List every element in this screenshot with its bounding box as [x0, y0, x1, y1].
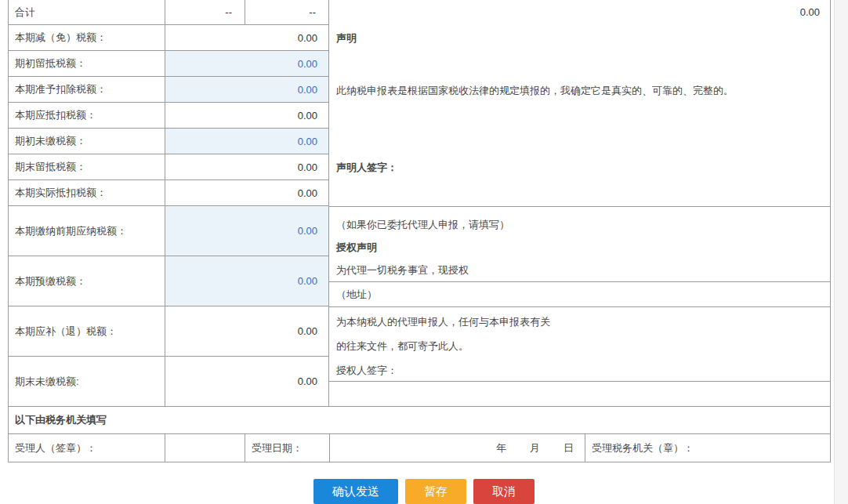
row-value-input[interactable]: 0.00 — [165, 51, 328, 76]
row-label: 本期应补（退）税额： — [9, 306, 165, 356]
cancel-button[interactable]: 取消 — [473, 479, 535, 504]
authorization-line-3: 的往来文件，都可寄予此人。 — [336, 334, 830, 358]
row-value: 0.00 — [165, 154, 328, 179]
row-value: 0.00 — [165, 103, 328, 128]
declarant-signature-label: 声明人签字： — [336, 159, 397, 176]
address-label: （地址） — [336, 286, 377, 303]
total-row-label: 合计 — [9, 0, 165, 24]
month-label: 月 — [530, 441, 540, 455]
authorization-title: 授权声明 — [336, 236, 830, 259]
row-label: 期初留抵税额： — [9, 51, 165, 76]
row-label: 本期准予扣除税额： — [9, 77, 165, 102]
row-value: 0.00 — [165, 357, 328, 406]
accept-date-cell: 年 月 日 — [330, 434, 585, 462]
table-row: 本期应补（退）税额： 0.00 — [9, 306, 328, 357]
authorization-line-1: 为代理一切税务事宜，现授权 — [336, 259, 830, 281]
table-row: 本期准予扣除税额： 0.00 — [9, 77, 328, 103]
vertical-scrollbar[interactable] — [834, 0, 848, 504]
table-row: 期末未缴税额: 0.00 — [9, 357, 328, 407]
action-buttons: 确认发送 暂存 取消 — [0, 479, 848, 504]
table-row: 本期应抵扣税额： 0.00 — [9, 103, 328, 129]
row-value-input[interactable]: 0.00 — [165, 206, 328, 256]
total-row-value-1: -- — [165, 0, 245, 24]
table-row: 期末留抵税额： 0.00 — [9, 154, 328, 180]
agent-note: （如果你已委托代理人申报，请填写） — [336, 213, 830, 236]
authority-seal-label: 受理税务机关（章）： — [585, 434, 830, 462]
row-value: 0.00 — [165, 180, 328, 205]
save-draft-button[interactable]: 暂存 — [405, 479, 466, 504]
table-rows: 本期减（免）税额： 0.00 期初留抵税额： 0.00 本期准予扣除税额： 0.… — [9, 25, 328, 407]
authorization-section: （如果你已委托代理人申报，请填写） 授权声明 为代理一切税务事宜，现授权 — [329, 207, 830, 282]
row-label: 本期应抵扣税额： — [9, 103, 165, 128]
table-row: 本期预缴税额： 0.00 — [9, 256, 328, 306]
row-value-input[interactable]: 0.00 — [165, 129, 328, 154]
day-label: 日 — [564, 441, 574, 455]
table-row: 本期实际抵扣税额： 0.00 — [9, 180, 328, 206]
receiver-value-cell — [165, 434, 245, 462]
address-section: （地址） — [329, 282, 830, 307]
row-value-input[interactable]: 0.00 — [165, 256, 328, 306]
table-row: 期初留抵税额： 0.00 — [9, 51, 328, 77]
table-row: 本期减（免）税额： 0.00 — [9, 25, 328, 51]
declaration-panel: 0.00 声明 此纳税申报表是根据国家税收法律的规定填报的，我确定它是真实的、可… — [329, 0, 831, 407]
authorizer-signature-label: 授权人签字： — [336, 358, 830, 383]
row-label: 期末留抵税额： — [9, 154, 165, 179]
row-label: 本期预缴税额： — [9, 256, 165, 306]
row-value: 0.00 — [165, 306, 328, 356]
row-value-input[interactable]: 0.00 — [165, 77, 328, 102]
total-row-right-value: 0.00 — [673, 0, 830, 24]
table-row: 本期缴纳前期应纳税额： 0.00 — [9, 206, 328, 256]
tax-summary-table: 合计 -- -- 本期减（免）税额： 0.00 期初留抵税额： 0.00 本期准… — [8, 0, 329, 407]
declaration-body: 此纳税申报表是根据国家税收法律的规定填报的，我确定它是真实的、可靠的、完整的。 — [336, 82, 822, 100]
tax-authority-row: 受理人（签章）： 受理日期： 年 月 日 受理税务机关（章）： — [9, 434, 830, 462]
agent-authorization-section: 为本纳税人的代理申报人，任何与本申报表有关 的往来文件，都可寄予此人。 授权人签… — [329, 307, 830, 382]
row-label: 期末未缴税额: — [9, 357, 165, 406]
row-label: 本期缴纳前期应纳税额： — [9, 206, 165, 256]
row-label: 期初未缴税额： — [9, 129, 165, 154]
authorization-line-2: 为本纳税人的代理申报人，任何与本申报表有关 — [336, 310, 830, 334]
tax-form-page: 合计 -- -- 本期减（免）税额： 0.00 期初留抵税额： 0.00 本期准… — [0, 0, 848, 504]
empty-section — [329, 382, 830, 407]
row-value: 0.00 — [165, 25, 328, 50]
declaration-title: 声明 — [336, 30, 357, 47]
receiver-label: 受理人（签章）： — [9, 434, 165, 462]
row-label: 本期实际抵扣税额： — [9, 180, 165, 205]
row-label: 本期减（免）税额： — [9, 25, 165, 50]
total-row-value-2: -- — [245, 0, 328, 24]
declaration-section: 0.00 声明 此纳税申报表是根据国家税收法律的规定填报的，我确定它是真实的、可… — [329, 0, 830, 207]
year-label: 年 — [496, 441, 506, 455]
tax-authority-header: 以下由税务机关填写 — [9, 407, 830, 434]
table-row: 期初未缴税额： 0.00 — [9, 129, 328, 154]
accept-date-label: 受理日期： — [245, 434, 330, 462]
table-row-total: 合计 -- -- — [9, 0, 328, 25]
confirm-send-button[interactable]: 确认发送 — [313, 479, 398, 504]
tax-authority-section: 以下由税务机关填写 受理人（签章）： 受理日期： 年 月 日 受理税务机关（章）… — [8, 407, 831, 462]
